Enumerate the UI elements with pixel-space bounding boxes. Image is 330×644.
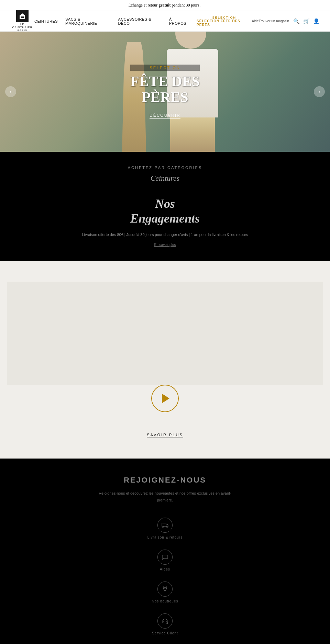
aides-label: Aides [160,567,170,571]
categories-name[interactable]: Ceintures [7,174,323,183]
nav-sacs[interactable]: Sacs & Maroquinerie [65,17,110,25]
cart-icon[interactable]: 🛒 [303,18,310,24]
header: LE CEINTURIER PARIS Ceintures Sacs & Mar… [0,11,330,32]
video-placeholder [7,282,323,385]
categories-title: ACHETEZ PAR CATÉGORIES [7,166,323,170]
hero-title-line2: PÈRES [142,89,188,105]
play-icon [162,394,169,403]
engagements-link[interactable]: En savoir plus [154,243,176,247]
join-item-aides: Aides [157,550,173,571]
top-banner: Échange et retour gratuit pendant 30 jou… [0,0,330,11]
svg-rect-1 [21,16,24,18]
join-description: Rejoignez-nous et découvrez les nouveaut… [96,490,234,504]
header-icons: 🔍 🛒 👤 [293,18,320,24]
nav-apropos[interactable]: À Propos [169,17,189,25]
banner-bold: gratuit [158,3,170,8]
engagements-description: Livraison offerte dès 80€ | Jusqu'à 30 j… [79,231,251,238]
hero-title: FÊTE DES PÈRES [130,74,200,105]
savoir-plus-button[interactable]: SAVOIR PLUS [147,433,183,438]
video-section: SAVOIR PLUS [0,261,330,459]
person-right-head [175,32,206,49]
hero-next-button[interactable]: › [314,86,325,97]
hero-section: SÉLECTION FÊTE DES PÈRES Découvrir ‹ › [0,32,330,152]
logo-text: LE CEINTURIER PARIS [12,23,33,32]
aides-icon [161,553,169,561]
person-right-legs [170,117,215,152]
engagements-title-line2: Engagements [130,212,200,225]
livraison-icon-circle [157,518,173,533]
aide-link[interactable]: AideTrouver un magasin [252,19,289,23]
join-section: REJOIGNEZ-NOUS Rejoignez-nous et découvr… [0,459,330,644]
logo[interactable]: LE CEINTURIER PARIS [10,10,34,32]
aides-icon-circle [157,550,173,565]
hero-cta-button[interactable]: Découvrir [150,113,180,119]
boutiques-icon-circle [157,581,173,597]
join-icons-list: Livraison & retours Aides Nos boutiques [7,518,323,635]
boutiques-label: Nos boutiques [152,599,178,603]
main-nav: Ceintures Sacs & Maroquinerie Accessoire… [34,16,252,27]
hero-title-line1: FÊTE DES [130,74,200,89]
svg-rect-2 [162,523,166,527]
nav-ceintures[interactable]: Ceintures [34,19,58,23]
join-item-service: Service Client [152,613,178,635]
engagements-title: Nos Engagements [28,196,302,226]
service-label: Service Client [152,631,178,635]
selection-sublabel: Sélection Fête des Pères [197,19,252,27]
svg-point-5 [164,587,166,588]
hero-subtitle: SÉLECTION [130,65,200,71]
nav-selection[interactable]: SÉLECTION Sélection Fête des Pères [197,16,252,27]
join-item-boutiques: Nos boutiques [152,581,178,603]
join-title: REJOIGNEZ-NOUS [7,476,323,485]
account-icon[interactable]: 👤 [313,18,320,24]
video-play-button[interactable] [151,385,179,412]
boutiques-icon [161,585,169,593]
categories-section: ACHETEZ PAR CATÉGORIES Ceintures [0,152,330,193]
hero-prev-button[interactable]: ‹ [5,86,16,97]
banner-text: Échange et retour gratuit pendant 30 jou… [129,3,202,8]
header-right: AideTrouver un magasin 🔍 🛒 👤 [252,18,320,24]
livraison-label: Livraison & retours [147,535,183,539]
engagements-title-line1: Nos [155,197,175,211]
svg-point-4 [166,527,167,528]
livraison-icon [161,521,169,529]
hero-prev-icon: ‹ [10,89,11,95]
hero-content: SÉLECTION FÊTE DES PÈRES Découvrir [130,65,200,119]
search-icon[interactable]: 🔍 [293,18,300,24]
join-item-livraison: Livraison & retours [147,518,183,539]
logo-icon [16,10,29,22]
svg-point-3 [163,527,164,528]
service-icon [161,617,169,625]
hero-next-icon: › [318,89,320,95]
service-icon-circle [157,613,173,629]
nav-accessoires[interactable]: Accessoires & Déco [118,17,162,25]
logo-svg [19,13,26,20]
selection-label: SÉLECTION [212,16,236,19]
engagements-section: Nos Engagements Livraison offerte dès 80… [0,193,330,261]
